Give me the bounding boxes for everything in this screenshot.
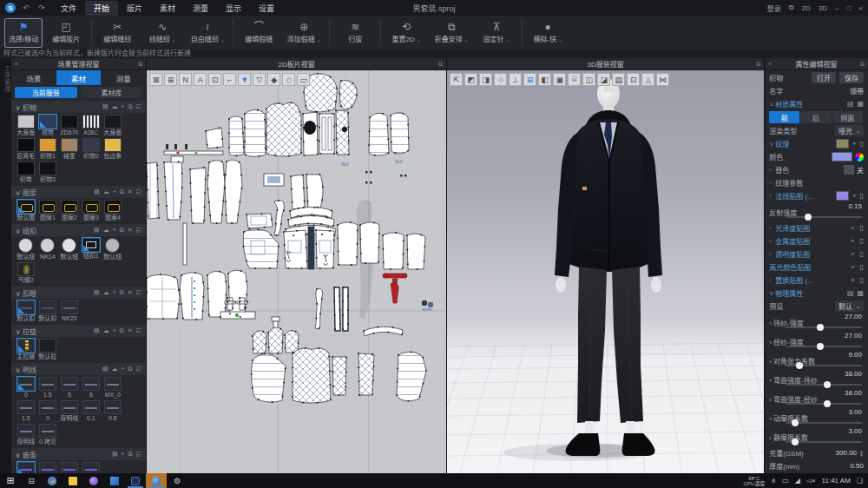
pattern-point[interactable] [252, 359, 253, 361]
pattern-point[interactable] [264, 227, 266, 228]
pattern-point[interactable] [239, 162, 240, 163]
pattern-point[interactable] [298, 208, 299, 209]
slider-knob[interactable] [792, 419, 799, 426]
slider-knob[interactable] [817, 324, 824, 331]
slider-knob[interactable] [817, 343, 824, 350]
pattern-point[interactable] [300, 124, 302, 126]
pattern-point[interactable] [342, 314, 344, 316]
pattern-thumbnail[interactable] [39, 200, 56, 214]
ribbon-线缝纫[interactable]: ∿线缝纫⌄ [141, 18, 184, 48]
pattern-point[interactable] [282, 342, 284, 344]
pattern-point[interactable] [174, 276, 175, 278]
pattern-point[interactable] [296, 230, 298, 232]
pattern-point[interactable] [321, 234, 323, 235]
layout-split-icon[interactable]: ⧉ [789, 3, 794, 12]
拉链-item[interactable]: 默认拉 [37, 339, 58, 360]
pattern-point[interactable] [176, 318, 178, 320]
pattern-point[interactable] [369, 116, 371, 118]
line-thumbnail[interactable] [61, 462, 78, 473]
pattern-point[interactable] [360, 253, 362, 254]
undo-icon[interactable]: ↶ [21, 3, 31, 12]
menu-文件[interactable]: 文件 [52, 1, 85, 16]
expand-caret-icon[interactable]: › [769, 251, 775, 257]
pattern-point[interactable] [314, 207, 316, 208]
pattern-point[interactable] [332, 225, 334, 227]
织物-item[interactable]: 包边条 [102, 138, 123, 160]
dropdown-预设[interactable]: 默认⌄ [835, 300, 864, 312]
avatar-skeleton-icon[interactable]: ⊹ [494, 73, 507, 86]
pattern-point[interactable] [356, 256, 358, 258]
pattern-point[interactable] [158, 217, 160, 219]
pattern-point[interactable] [266, 135, 267, 136]
pattern-point[interactable] [283, 231, 285, 233]
pattern-point[interactable] [278, 246, 279, 247]
pattern-point[interactable] [319, 127, 320, 129]
pattern-point[interactable] [181, 187, 183, 188]
line-thumbnail[interactable] [104, 377, 122, 391]
pattern-point[interactable] [242, 132, 244, 134]
pattern-point[interactable] [307, 200, 309, 201]
pattern-point[interactable] [283, 382, 285, 384]
pattern-point[interactable] [289, 210, 291, 212]
pattern-point[interactable] [317, 139, 319, 141]
pattern-point[interactable] [178, 303, 180, 305]
section-action-icon[interactable]: ☁ [112, 103, 118, 110]
pattern-point[interactable] [168, 219, 169, 221]
pattern-point[interactable] [157, 177, 159, 179]
pattern-point[interactable] [280, 328, 282, 330]
pattern-point[interactable] [319, 141, 320, 142]
pattern-point[interactable] [207, 188, 209, 190]
pattern-point[interactable] [285, 347, 286, 349]
section-header-织物[interactable]: ∨ 织物▤☁+⧉◱ [11, 101, 146, 113]
保存-button[interactable]: 保存 [839, 72, 864, 83]
嵌条-item[interactable]: 默认嵌 [59, 462, 80, 473]
zipper-thumbnail[interactable] [17, 339, 35, 353]
show-garment-on-icon[interactable]: ▼ [238, 73, 251, 86]
section-action-icon[interactable]: ◱ [136, 366, 142, 373]
pattern-point[interactable] [302, 175, 304, 176]
pattern-point[interactable] [245, 154, 247, 155]
pattern-point[interactable] [401, 333, 403, 335]
lasso-select-icon[interactable]: ⊞ [164, 73, 177, 86]
pattern-point[interactable] [241, 118, 243, 120]
pattern-point[interactable] [181, 274, 182, 276]
pattern-point[interactable] [298, 342, 299, 344]
pattern-point[interactable] [383, 248, 385, 250]
line-thumbnail[interactable] [61, 377, 78, 391]
pattern-point[interactable] [347, 323, 349, 325]
pattern-point[interactable] [246, 280, 247, 282]
login-button[interactable]: 登录 [767, 3, 781, 13]
pattern-point[interactable] [345, 372, 347, 373]
纽扣-item[interactable]: 气眼2 [16, 262, 36, 284]
section-header-图案[interactable]: ∨ 图案▤☁+⧉✕◱ [11, 186, 146, 198]
pattern-point[interactable] [208, 301, 210, 303]
pattern-point[interactable] [246, 214, 247, 215]
collapse-icon[interactable]: » [768, 61, 772, 67]
pattern-point[interactable] [158, 204, 160, 206]
pattern-point[interactable] [321, 298, 323, 300]
pattern-point[interactable] [239, 301, 240, 303]
section-action-icon[interactable]: ◱ [136, 103, 142, 110]
pattern-point[interactable] [391, 128, 392, 129]
pattern-point[interactable] [334, 314, 336, 316]
text-tool-icon[interactable]: N [179, 73, 192, 86]
明线-item[interactable]: 1.5 [16, 400, 36, 422]
明线-item[interactable]: 0 [37, 400, 58, 422]
pattern-point[interactable] [222, 201, 224, 202]
pattern-point[interactable] [388, 332, 390, 333]
pattern-point[interactable] [339, 394, 340, 396]
pattern-point[interactable] [207, 287, 209, 289]
pattern-point[interactable] [228, 300, 230, 301]
pattern-point[interactable] [305, 347, 306, 349]
section-action-icon[interactable]: ◱ [136, 327, 142, 334]
pattern-point[interactable] [300, 215, 302, 217]
swatch-thumbnail[interactable] [61, 138, 78, 152]
box-select-icon[interactable]: ⊠ [149, 73, 162, 86]
pattern-point[interactable] [292, 396, 293, 398]
pattern-point[interactable] [267, 332, 269, 333]
pattern-point[interactable] [265, 133, 266, 135]
pattern-point[interactable] [339, 295, 340, 297]
pattern-point[interactable] [319, 174, 320, 175]
pattern-point[interactable] [313, 225, 315, 227]
dropdown-caret-icon[interactable]: ⌄ [558, 37, 562, 43]
